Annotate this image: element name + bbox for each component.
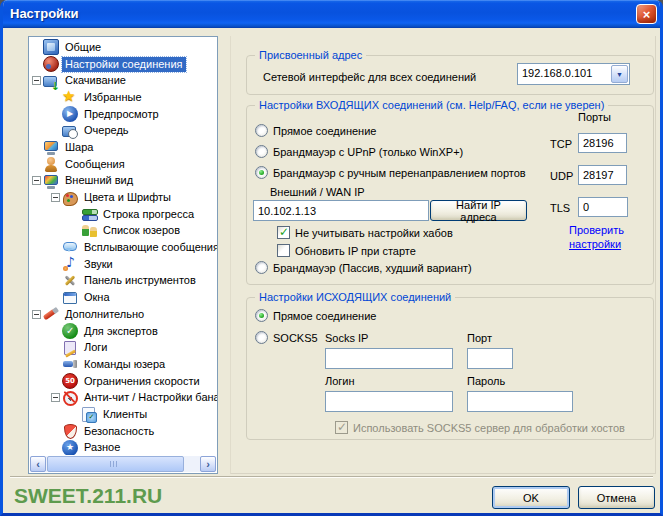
tree-item[interactable]: Внешний вид <box>29 173 217 190</box>
radio-icon[interactable] <box>255 145 268 158</box>
radio-passive-label: Брандмауэр (Пассив, худший вариант) <box>273 262 472 274</box>
tree-item[interactable]: Панель инструментов <box>29 273 217 290</box>
interface-combobox-value: 192.168.0.101 <box>518 64 610 84</box>
password-label: Пароль <box>467 374 505 388</box>
radio-socks5[interactable]: SOCKS5 <box>255 331 318 344</box>
radio-direct-outgoing[interactable]: Прямое соединение <box>255 309 376 322</box>
radio-icon[interactable] <box>255 166 268 179</box>
tree-item[interactable]: Цвета и Шрифты <box>29 189 217 206</box>
cancel-button[interactable]: Отмена <box>578 486 655 509</box>
tree-item[interactable]: Общие <box>29 39 217 56</box>
tree-expander-icon[interactable] <box>32 176 41 185</box>
tree-item[interactable]: Шара <box>29 139 217 156</box>
interface-combobox[interactable]: 192.168.0.101 ▼ <box>517 63 630 85</box>
tree-item-label: Цвета и Шрифты <box>81 190 174 205</box>
tree-item-label: Разное <box>81 440 123 455</box>
tree-item-label: Команды юзера <box>81 357 168 372</box>
tree-item-label: Окна <box>81 290 113 305</box>
checkbox-icon[interactable] <box>277 226 290 239</box>
sounds-icon <box>62 256 78 272</box>
tree-item[interactable]: Всплывающие сообщения <box>29 239 217 256</box>
check-settings-link-line2: настройки <box>569 238 621 250</box>
settings-tree[interactable]: ОбщиеНастройки соединенияСкачиваниеИзбра… <box>28 36 218 474</box>
socks-port-label: Порт <box>467 331 492 345</box>
tree-item-label: Безопасность <box>81 424 157 439</box>
socks-port-field[interactable] <box>467 348 513 369</box>
security-icon <box>62 423 78 439</box>
combo-dropdown-button[interactable]: ▼ <box>611 65 628 83</box>
radio-icon[interactable] <box>255 331 268 344</box>
tree-item-label: Панель инструментов <box>81 273 199 288</box>
password-field[interactable] <box>467 391 573 412</box>
tree-item-label: Предпросмотр <box>81 107 162 122</box>
tree-item[interactable]: Скачивание <box>29 72 217 89</box>
tree-item[interactable]: Безопасность <box>29 423 217 440</box>
tree-expander-icon[interactable] <box>51 393 60 402</box>
tree-item[interactable]: Строка прогресса <box>29 206 217 223</box>
radio-upnp[interactable]: Брандмауэр с UPnP (только WinXP+) <box>255 145 463 158</box>
tree-item[interactable]: Анти-чит / Настройки бана <box>29 389 217 406</box>
tree-expander-icon[interactable] <box>32 310 41 319</box>
tree-item-label: Логи <box>81 340 111 355</box>
tree-item[interactable]: Ограничения скорости <box>29 373 217 390</box>
scrollbar-track[interactable] <box>47 456 199 472</box>
check-settings-link[interactable]: Проверить настройки <box>569 223 624 251</box>
close-button[interactable]: × <box>636 4 657 24</box>
checkbox-use-socks5: Использовать SOCKS5 сервер для обработки… <box>335 421 625 434</box>
scroll-right-arrow-icon[interactable]: › <box>200 456 216 472</box>
checkbox-icon <box>335 421 348 434</box>
tree-item-label: Очередь <box>81 123 132 138</box>
ports-label: Порты <box>578 110 611 124</box>
checkbox-use-socks5-label: Использовать SOCKS5 сервер для обработки… <box>353 422 625 434</box>
tree-horizontal-scrollbar[interactable]: ‹ › <box>30 456 216 472</box>
udp-port-field[interactable] <box>578 165 627 185</box>
scrollbar-thumb[interactable] <box>47 456 184 472</box>
checkbox-update-ip[interactable]: Обновить IP при старте <box>277 244 416 257</box>
tree-item-label: Ограничения скорости <box>81 374 203 389</box>
radio-passive[interactable]: Брандмауэр (Пассив, худший вариант) <box>255 261 472 274</box>
title-bar[interactable]: Настройки × <box>0 0 663 28</box>
tree-item[interactable]: Для экспертов <box>29 323 217 340</box>
checkbox-icon[interactable] <box>277 244 290 257</box>
ok-button[interactable]: OK <box>492 486 570 509</box>
tree-item[interactable]: Звуки <box>29 256 217 273</box>
scroll-left-arrow-icon[interactable]: ‹ <box>30 456 46 472</box>
preview-icon <box>62 106 78 122</box>
radio-icon[interactable] <box>255 124 268 137</box>
tree-expander-icon[interactable] <box>32 76 41 85</box>
radio-direct-incoming[interactable]: Прямое соединение <box>255 124 376 137</box>
tree-item[interactable]: Команды юзера <box>29 356 217 373</box>
tree-item[interactable]: Разное <box>29 440 217 456</box>
tree-item[interactable]: Настройки соединения <box>29 56 217 73</box>
login-field[interactable] <box>325 391 453 412</box>
checkbox-ignore-hubs[interactable]: Не учитывать настройки хабов <box>277 226 453 239</box>
radio-icon[interactable] <box>255 309 268 322</box>
tree-item[interactable]: Очередь <box>29 122 217 139</box>
tcp-label: TCP <box>550 137 572 151</box>
anticheat-icon <box>62 390 78 406</box>
radio-manual-forwarding[interactable]: Брандмауэр с ручным перенаправлением пор… <box>255 166 526 179</box>
tree-item[interactable]: Логи <box>29 339 217 356</box>
clients-icon <box>81 406 97 422</box>
tcp-port-field[interactable] <box>578 133 627 153</box>
tls-port-field[interactable] <box>578 197 628 217</box>
socks-ip-field[interactable] <box>325 348 453 369</box>
radio-socks5-label: SOCKS5 <box>273 332 318 344</box>
tree-expander-icon[interactable] <box>51 193 60 202</box>
tree-item[interactable]: Окна <box>29 289 217 306</box>
tree-item[interactable]: Список юзеров <box>29 223 217 240</box>
tree-item[interactable]: Предпросмотр <box>29 106 217 123</box>
radio-icon[interactable] <box>255 261 268 274</box>
group-incoming: Настройки ВХОДЯЩИХ соединений (см. Help/… <box>246 105 654 285</box>
wan-ip-field[interactable] <box>253 200 429 221</box>
toolbar-icon <box>62 273 78 289</box>
find-ip-button[interactable]: Найти IP адреса <box>430 200 527 221</box>
radio-manual-forwarding-label: Брандмауэр с ручным перенаправлением пор… <box>273 167 526 179</box>
tree-item[interactable]: Клиенты <box>29 406 217 423</box>
interface-label: Сетевой интерфейс для всех соединений <box>263 70 476 84</box>
settings-panel: Присвоенный адрес Сетевой интерфейс для … <box>230 36 656 474</box>
settings-dialog: Настройки × ОбщиеНастройки соединенияСка… <box>0 0 663 516</box>
tree-item-label: Строка прогресса <box>100 207 197 222</box>
tree-item[interactable]: Дополнительно <box>29 306 217 323</box>
tree-item[interactable]: Сообщения <box>29 156 217 173</box>
